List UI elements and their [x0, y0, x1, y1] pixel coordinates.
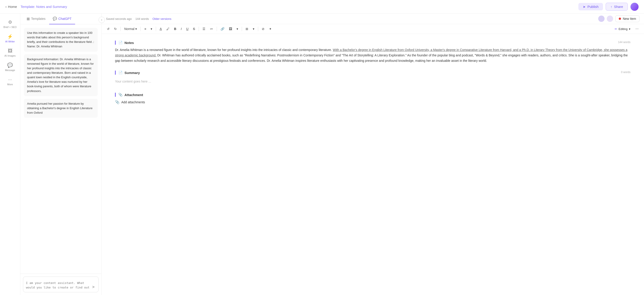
toolbar-divider-2 — [140, 26, 141, 31]
editor-actions: New Item — [598, 15, 640, 22]
chat-messages: Use this information to create a speaker… — [20, 24, 101, 274]
editor-avatar-2 — [607, 16, 613, 22]
chat-message-2-text: Background Information: Dr. Amelia Whitm… — [27, 58, 94, 93]
tab-templates-label: Templates — [31, 17, 46, 20]
notes-section-header: 📄 Notes — [115, 40, 630, 45]
add-attachments-button[interactable]: 📎 Add attachments — [115, 98, 630, 106]
attachment-section: 📎 Attachment 📎 Add attachments — [115, 93, 630, 106]
share-button[interactable]: ↑ Share — [606, 3, 628, 10]
editor-area: Saved seconds ago 144 words Older versio… — [102, 14, 644, 295]
editor-avatar-1 — [598, 16, 604, 22]
toolbar-divider-4 — [199, 26, 199, 31]
templates-tab-icon: ▦ — [26, 17, 30, 21]
editing-label: Editing — [618, 27, 628, 31]
chat-send-button[interactable]: ➤ — [91, 284, 96, 290]
notes-section-icon: 📄 — [118, 40, 123, 45]
saved-status: Saved seconds ago — [106, 17, 132, 20]
chat-message-1-text: Use this information to create a speaker… — [27, 31, 94, 48]
sidebar-item-ai-writer[interactable]: ⚡ AI Writer — [1, 32, 19, 45]
chat-message-3: Amelia pursued her passion for literatur… — [24, 99, 98, 118]
attachment-section-title: Attachment — [124, 93, 143, 97]
word-count-top: 144 words — [135, 17, 149, 20]
tab-chatgpt[interactable]: 💬 ChatGPT — [49, 14, 75, 24]
ai-images-icon: 🖼 — [8, 48, 12, 54]
publish-button[interactable]: ➤ Publish — [578, 3, 603, 10]
breadcrumb-name: Notes and Summary — [36, 5, 67, 8]
link-button[interactable]: 🔗 — [219, 26, 226, 32]
editing-dropdown-arrow: ▾ — [629, 27, 630, 31]
toolbar-divider-5 — [217, 26, 217, 31]
strikethrough-button[interactable]: S — [191, 26, 197, 32]
breadcrumb-prefix: Template: — [20, 5, 35, 8]
summary-section-title: Summary — [124, 71, 140, 75]
style-dropdown-arrow: ▾ — [135, 27, 137, 31]
clear-format-button[interactable]: ⊘ — [260, 26, 266, 32]
ai-writer-icon: ⚡ — [7, 34, 13, 39]
send-icon: ➤ — [92, 285, 95, 289]
notes-section-title: Notes — [124, 41, 134, 45]
summary-word-count: 0 words — [621, 70, 630, 74]
redo-button[interactable]: ↻ — [112, 26, 118, 32]
align-button[interactable]: ≡ — [142, 26, 148, 32]
summary-section-icon: 📄 — [118, 70, 123, 75]
chat-message-1: Use this information to create a speaker… — [24, 28, 98, 52]
back-button[interactable]: ‹ Home — [6, 5, 17, 9]
format-toolbar: ↺ ↻ Normal ▾ ≡ ▾ A 🖊 B I U S ☰ ≔ 🔗 🖼 ▾ — [102, 24, 644, 34]
chatgpt-tab-icon: 💬 — [53, 17, 57, 21]
table-button[interactable]: ⊞ — [244, 26, 250, 32]
sidebar-item-label-more: More — [7, 83, 13, 86]
breadcrumb: Template: Notes and Summary — [20, 5, 67, 8]
underline-button[interactable]: U — [184, 26, 190, 32]
attachment-icon: 📎 — [118, 93, 123, 97]
toolbar-divider-1 — [120, 26, 121, 31]
notes-word-count: 144 words — [618, 40, 630, 44]
toolbar-divider-6 — [242, 26, 242, 31]
image-dropdown[interactable]: ▾ — [235, 26, 240, 32]
table-dropdown[interactable]: ▾ — [251, 26, 256, 32]
toolbar-divider-7 — [258, 26, 258, 31]
sidebar-item-label-brief-seo: Brief + SEO — [4, 26, 16, 28]
bullet-list-button[interactable]: ☰ — [201, 26, 207, 32]
sidebar-item-message[interactable]: 💬 Message — [1, 60, 19, 74]
publish-label: Publish — [588, 5, 598, 8]
sidebar-item-ai-images[interactable]: 🖼 AI Images — [1, 46, 19, 59]
underlined-text: With a Bachelor's degree in English Lite… — [115, 48, 627, 57]
panel-tabs: ▦ Templates 💬 ChatGPT ‹ — [20, 14, 101, 24]
avatar[interactable] — [630, 3, 638, 11]
topbar: ‹ Home Template: Notes and Summary ➤ Pub… — [0, 0, 644, 14]
notes-content[interactable]: Dr. Amelia Whitman is a renowned figure … — [115, 47, 630, 64]
new-item-button[interactable]: New Item — [615, 15, 640, 22]
panel-collapse-button[interactable]: ‹ — [98, 17, 105, 23]
older-versions-link[interactable]: Older versions — [152, 17, 171, 20]
side-panel: ▦ Templates 💬 ChatGPT ‹ Use this informa… — [20, 14, 102, 295]
tab-chatgpt-label: ChatGPT — [58, 17, 72, 20]
style-dropdown[interactable]: Normal ▾ — [122, 26, 139, 32]
chat-message-2: Background Information: Dr. Amelia Whitm… — [24, 54, 98, 96]
bold-button[interactable]: B — [172, 26, 178, 32]
sidebar-item-more[interactable]: ··· More — [1, 75, 19, 88]
more-icon: ··· — [8, 77, 12, 82]
extra-button[interactable]: ✦ — [267, 26, 274, 32]
align-dropdown[interactable]: ▾ — [149, 26, 154, 32]
more-options-button[interactable]: ⋯ — [634, 26, 640, 32]
topbar-right: ➤ Publish ↑ Share — [578, 3, 638, 11]
highlight-button[interactable]: 🖊 — [164, 26, 171, 32]
undo-button[interactable]: ↺ — [105, 26, 112, 32]
text-color-button[interactable]: A — [158, 26, 164, 32]
numbered-list-button[interactable]: ≔ — [208, 26, 215, 32]
share-label: Share — [614, 5, 623, 8]
summary-placeholder[interactable]: Your content goes here ... — [115, 77, 630, 86]
editing-dropdown[interactable]: ✏ Editing ▾ — [612, 26, 633, 32]
image-button[interactable]: 🖼 — [227, 26, 234, 32]
editor-content: 📄 Notes 144 words Dr. Amelia Whitman is … — [102, 34, 644, 295]
new-item-label: New Item — [623, 17, 636, 20]
tab-templates[interactable]: ▦ Templates — [23, 14, 49, 24]
edit-pencil-icon: ✏ — [615, 27, 617, 31]
summary-section: 📄 Summary 0 words Your content goes here… — [115, 70, 630, 86]
sidebar-icons: ⚙ Brief + SEO ⚡ AI Writer 🖼 AI Images 💬 … — [0, 14, 20, 295]
editor-topbar: Saved seconds ago 144 words Older versio… — [102, 14, 644, 24]
chat-input[interactable] — [26, 281, 90, 290]
publish-icon: ➤ — [583, 5, 586, 8]
sidebar-item-brief-seo[interactable]: ⚙ Brief + SEO — [1, 17, 19, 31]
italic-button[interactable]: I — [179, 26, 184, 32]
